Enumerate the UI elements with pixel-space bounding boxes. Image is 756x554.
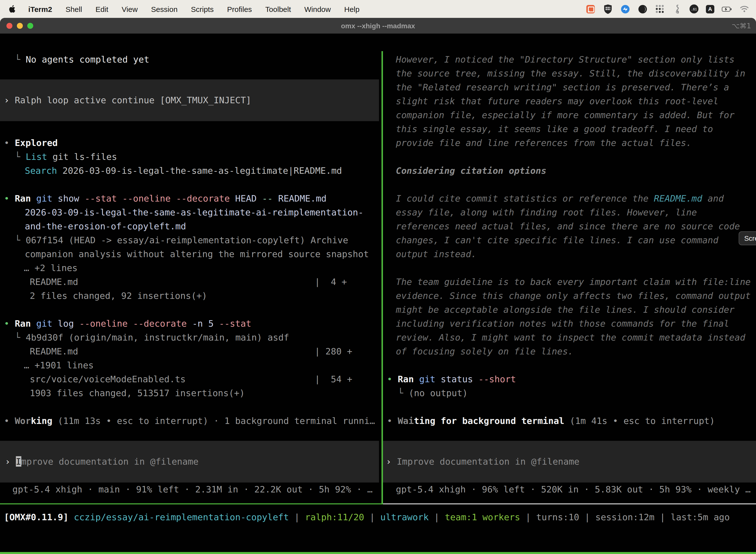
terminal-line: 1903 files changed, 513517 insertions(+) <box>0 386 381 400</box>
menu-item-view[interactable]: View <box>122 5 138 13</box>
terminal-line: I could cite commit statistics or refere… <box>383 191 756 206</box>
terminal-line: … +1901 lines <box>0 358 381 372</box>
menu-item-shell[interactable]: Shell <box>65 5 82 13</box>
menu-item-window[interactable]: Window <box>304 5 331 13</box>
prompt-input[interactable]: › Improve documentation in @filename <box>383 441 756 483</box>
screen-tooltip: Scre <box>739 231 756 245</box>
input-source-badge[interactable]: A <box>706 5 714 13</box>
terminal-line <box>383 150 756 164</box>
terminal-line: README.md | 4 + <box>0 275 381 289</box>
terminal-line: • Ran git show --stat --oneline --decora… <box>0 191 381 206</box>
terminal-line: └ (no output) <box>383 386 756 400</box>
spacer <box>0 66 381 79</box>
window-shortcut-badge: ⌥⌘1 <box>732 18 751 33</box>
terminal-line: • Waiting for background terminal (1m 41… <box>383 414 756 428</box>
terminal-line: changes, I can't cite specific file line… <box>383 233 756 247</box>
terminal-line <box>383 261 756 275</box>
terminal-line: └ List git ls-files <box>0 150 381 164</box>
left-terminal-pane[interactable]: └ No agents completed yet› Ralph loop ac… <box>0 51 381 503</box>
terminal-line: and-the-erosion-of-copyleft.md <box>0 219 381 233</box>
terminal-line: src/voice/voiceModeEnabled.ts | 54 + <box>0 372 381 386</box>
prompt-input[interactable]: › Improve documentation in @filename <box>0 441 379 483</box>
terminal-line: the source tree, missing the essay. Stil… <box>383 66 756 80</box>
squiggle-icon[interactable] <box>672 4 682 14</box>
terminal-line: review. Also, I might want to inspect th… <box>383 331 756 344</box>
desktop: iTerm2ShellEditViewSessionScriptsProfile… <box>0 0 756 554</box>
injected-message-block: › Ralph loop active continue [OMX_TMUX_I… <box>0 79 379 121</box>
terminal-line <box>0 400 381 414</box>
terminal-line: └ 067f154 (HEAD -> essay/ai-reimplementa… <box>0 233 381 247</box>
terminal-line: 2026-03-09-is-legal-the-same-as-legitima… <box>0 206 381 219</box>
terminal-line: of focusing solely on file lines. <box>383 344 756 358</box>
right-pane-bottom-border <box>383 503 756 504</box>
terminal-line: 2 files changed, 92 insertions(+) <box>0 289 381 303</box>
percent-badge[interactable]: ..61 <box>690 4 698 13</box>
omx-session-status-line: [OMX#0.11.9] cczip/essay/ai-reimplementa… <box>4 510 753 524</box>
terminal-line: README.md | 280 + <box>0 344 381 358</box>
terminal-line: gpt-5.4 xhigh · 96% left · 520K in · 5.8… <box>383 483 756 496</box>
terminal-line: slight risk that future readers may over… <box>383 94 756 108</box>
terminal-line: companion file, especially if more comme… <box>383 108 756 122</box>
terminal-line: might be acceptable alongside the file l… <box>383 303 756 317</box>
terminal-line: references need actual files, and since … <box>383 219 756 233</box>
terminal-line: › Improve documentation in @filename <box>0 455 379 468</box>
menu-item-session[interactable]: Session <box>151 5 178 13</box>
left-pane-bottom-border <box>0 503 381 504</box>
tmux-status-bar: [omx-cczip0:bash* "MacBook-Pro-44.local"… <box>0 552 756 554</box>
terminal-line: this single essay, it seems like a good … <box>383 122 756 136</box>
shield-icon[interactable] <box>603 4 613 14</box>
terminal-line: essay file, along with finding root file… <box>383 206 756 219</box>
menu-item-toolbelt[interactable]: Toolbelt <box>265 5 291 13</box>
menu-bar: iTerm2ShellEditViewSessionScriptsProfile… <box>0 0 756 18</box>
spacer <box>0 428 381 441</box>
iterm-window: omx --xhigh --madmax ⌥⌘1 └ No agents com… <box>0 18 756 554</box>
terminal-line: gpt-5.4 xhigh · main · 91% left · 2.31M … <box>0 483 381 496</box>
window-title: omx --xhigh --madmax <box>0 18 756 33</box>
spacer <box>0 121 381 136</box>
window-titlebar[interactable]: omx --xhigh --madmax ⌥⌘1 <box>0 18 756 34</box>
right-terminal-pane[interactable]: However, I noticed the "Directory Struct… <box>383 51 756 503</box>
terminal-line <box>383 400 756 414</box>
terminal-line: … +2 lines <box>0 261 381 275</box>
terminal-line: However, I noticed the "Directory Struct… <box>383 53 756 66</box>
terminal-line: The team guideline is to back every impo… <box>383 275 756 289</box>
terminal-line: › Improve documentation in @filename <box>383 455 756 468</box>
menu-item-iterm2[interactable]: iTerm2 <box>28 5 52 13</box>
wifi-icon[interactable] <box>739 4 749 14</box>
terminal-line: the "Related research writing" section i… <box>383 80 756 94</box>
battery-charging-icon[interactable] <box>722 4 732 14</box>
menu-items: iTerm2ShellEditViewSessionScriptsProfile… <box>28 5 359 13</box>
chat-bubble-icon[interactable] <box>585 4 595 14</box>
app-badge-icon[interactable] <box>620 4 630 14</box>
terminal-line: └ No agents completed yet <box>0 53 381 66</box>
menu-item-edit[interactable]: Edit <box>96 5 108 13</box>
terminal-line: evidence. Since this change only affects… <box>383 289 756 303</box>
terminal-line: › Ralph loop active continue [OMX_TMUX_I… <box>0 93 379 107</box>
menu-item-profiles[interactable]: Profiles <box>227 5 252 13</box>
terminal-line: output instead. <box>383 247 756 261</box>
terminal-line: • Ran git status --short <box>383 372 756 386</box>
terminal-line <box>383 178 756 191</box>
terminal-line: Search 2026-03-09-is-legal-the-same-as-l… <box>0 164 381 178</box>
terminal-line <box>0 178 381 191</box>
terminal-line <box>0 303 381 317</box>
terminal-line: [OMX#0.11.9] cczip/essay/ai-reimplementa… <box>4 510 753 524</box>
terminal-line: • Working (11m 13s • esc to interrupt) ·… <box>0 414 381 428</box>
terminal-line <box>383 358 756 372</box>
terminal-line: provide file and line references from th… <box>383 136 756 150</box>
apple-menu-icon[interactable] <box>9 4 16 13</box>
dots-grid-icon[interactable] <box>655 4 665 14</box>
terminal-line: └ 4b9d30f (origin/main, instructkr/main,… <box>0 331 381 344</box>
terminal-line: • Explored <box>0 136 381 150</box>
moon-circle-icon[interactable] <box>637 4 647 14</box>
terminal-line: Considering citation options <box>383 164 756 178</box>
menu-item-help[interactable]: Help <box>344 5 360 13</box>
terminal-line: • Ran git log --oneline --decorate -n 5 … <box>0 317 381 331</box>
menu-item-scripts[interactable]: Scripts <box>191 5 214 13</box>
spacer <box>383 428 756 441</box>
terminal-line: companion analysis without altering the … <box>0 247 381 261</box>
menubar-status-icons: ..61 A <box>585 4 749 14</box>
terminal-line: including verification notes with those … <box>383 317 756 331</box>
